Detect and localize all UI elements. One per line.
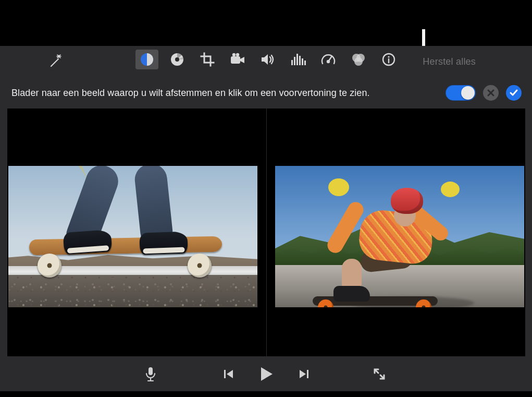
svg-rect-7 [294,57,295,65]
previous-frame-icon [222,368,235,380]
color-correction-icon [169,52,185,67]
reference-frame [8,166,257,307]
svg-rect-20 [307,370,308,378]
svg-rect-18 [149,367,153,375]
toggle-knob [461,86,475,100]
confirm-button[interactable] [506,85,522,101]
voiceover-record-button[interactable] [143,366,158,382]
next-frame-icon [298,368,310,380]
svg-rect-6 [291,60,293,65]
svg-point-5 [236,53,239,56]
svg-point-17 [388,56,389,57]
hint-bar: Blader naar een beeld waarop u wilt afst… [0,83,532,102]
clip-filter-icon [351,52,366,67]
effect-toggle[interactable] [446,85,476,101]
equalizer-icon [290,53,306,66]
svg-rect-11 [304,61,306,65]
volume-button[interactable] [256,50,279,69]
previous-frame-button[interactable] [221,366,237,382]
color-balance-button[interactable] [135,50,158,69]
speed-button[interactable] [317,50,340,69]
hint-text: Blader naar een beeld waarop u wilt afst… [11,88,370,99]
inspector-toolbar: Herstel alles [0,46,532,75]
video-camera-icon [230,53,245,66]
svg-rect-3 [231,56,240,64]
svg-rect-9 [299,56,301,65]
svg-rect-10 [302,58,303,65]
fullscreen-icon [373,367,386,381]
magic-wand-icon [48,53,64,69]
info-icon [381,52,396,67]
play-icon [259,366,274,382]
target-pane[interactable] [266,109,525,356]
microphone-icon [144,366,157,382]
cancel-button[interactable] [483,85,499,101]
color-correction-button[interactable] [166,50,189,69]
svg-rect-19 [224,370,226,378]
reference-pane[interactable] [7,109,266,356]
magic-wand-button[interactable] [45,51,68,71]
speedometer-icon [320,52,336,67]
clip-filter-button[interactable] [347,50,370,69]
volume-icon [260,53,276,66]
svg-point-12 [327,61,329,63]
split-viewer [7,109,525,356]
crop-icon [200,52,215,67]
stabilization-button[interactable] [226,50,249,69]
inspector-tool-row [135,50,400,69]
reset-all-button[interactable]: Herstel alles [423,56,476,67]
fullscreen-button[interactable] [372,366,387,382]
color-balance-icon [139,52,155,67]
check-icon [509,88,518,98]
noise-reduction-button[interactable] [287,50,310,69]
next-frame-button[interactable] [296,366,312,382]
svg-point-4 [232,53,236,56]
play-button[interactable] [258,366,274,382]
close-icon [487,89,495,97]
video-editor-inspector: Herstel alles Blader naar een beeld waar… [0,46,532,391]
split-divider[interactable] [266,109,267,356]
playback-bar [0,357,532,391]
svg-point-15 [354,57,363,66]
crop-button[interactable] [196,50,219,69]
target-frame [275,166,524,307]
apply-controls [446,83,522,102]
info-button[interactable] [377,50,400,69]
svg-rect-8 [296,54,298,65]
